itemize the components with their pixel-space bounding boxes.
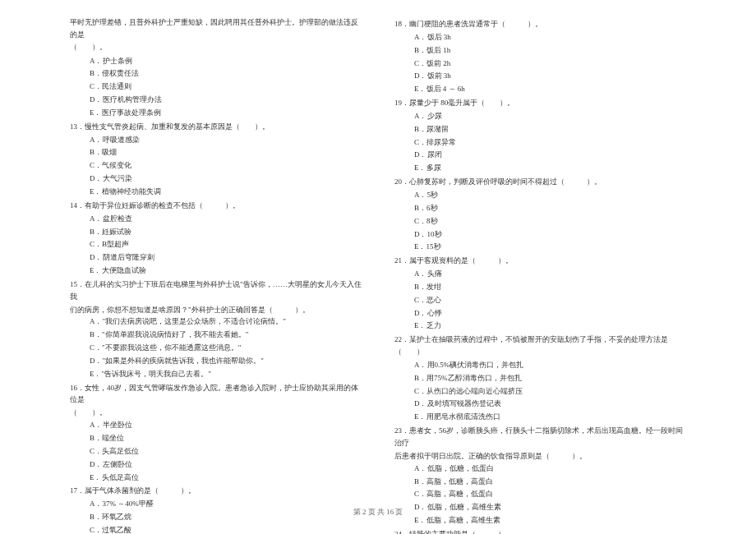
q16-option-b: B．端坐位	[70, 432, 362, 444]
q21-option-a: A．头痛	[394, 268, 686, 280]
option-text: "如果是外科的疾病就告诉我，我也许能帮助你。"	[103, 357, 264, 365]
option-text: 呼吸道感染	[103, 136, 140, 144]
option-text: 10秒	[427, 230, 442, 238]
q12-option-e: E．医疗事故处理条例	[70, 107, 362, 119]
q14-option-d: D．阴道后穹隆穿刺	[70, 251, 362, 264]
q18-option-a: A．饭后 3h	[394, 31, 686, 44]
q12-option-c: C．民法通则	[70, 81, 362, 93]
q20-option-a: A．5秒	[394, 189, 686, 201]
option-text: 用肥皂水彻底清洗伤口	[426, 412, 500, 421]
q16-option-c: C．头高足低位	[70, 445, 362, 458]
q12-option-b: B．侵权责任法	[70, 67, 362, 80]
option-text: 气候变化	[102, 161, 131, 169]
q12-text-line2: （ ）。	[70, 41, 362, 53]
q21-option-e: E．乏力	[394, 320, 686, 332]
q13-option-c: C．气候变化	[70, 159, 362, 172]
q13-option-d: D．大气污染	[70, 173, 362, 185]
option-text: 6秒	[426, 204, 438, 212]
option-text: 饭前 3h	[427, 71, 451, 80]
option-text: 15秒	[426, 242, 441, 251]
option-text: 尿潴留	[426, 125, 449, 133]
option-text: 头高足低位	[102, 447, 139, 455]
option-text: 少尿	[427, 112, 442, 120]
q18-option-c: C．饭前 2h	[394, 58, 686, 70]
q21-option-b: B．发绀	[394, 281, 686, 293]
q24-text: 24．结肠的主要功能是（ ）。	[394, 528, 686, 534]
option-text: 尿闭	[427, 150, 442, 159]
q12-continuation: 平时无护理差错，且普外科护士严重短缺，因此聘用其任普外科护士。护理部的做法违反的…	[70, 16, 362, 53]
q14-option-e: E．大便隐血试验	[70, 265, 362, 277]
exam-page: 平时无护理差错，且普外科护士严重短缺，因此聘用其任普外科护士。护理部的做法违反的…	[0, 0, 756, 534]
q16-text-line2: （ ）。	[70, 407, 362, 419]
option-text: 饭前 2h	[426, 59, 450, 67]
q15-option-d: D．"如果是外科的疾病就告诉我，我也许能帮助你。"	[70, 355, 362, 367]
option-text: 妊娠试验	[102, 228, 131, 236]
q16-option-a: A．半坐卧位	[70, 419, 362, 431]
option-text: 大便隐血试验	[102, 266, 146, 274]
q15-option-e: E．"告诉我床号，明天我自己去看。"	[70, 368, 362, 380]
option-text: 阴道后穹隆穿刺	[103, 253, 154, 261]
option-text: 饭后 1h	[426, 46, 450, 54]
q12-option-d: D．医疗机构管理办法	[70, 94, 362, 106]
option-text: 用75%乙醇消毒伤口，并包扎	[426, 374, 522, 382]
q15-option-a: A．"我们去病房说吧，这里是公众场所，不适合讨论病情。"	[70, 315, 362, 328]
q23-option-a: A．低脂，低糖，低蛋白	[394, 463, 686, 475]
q13-option-b: B．吸烟	[70, 146, 362, 159]
q19-option-d: D．尿闭	[394, 149, 686, 161]
option-text: 饭后 3h	[427, 33, 451, 41]
q20-text: 20．心肺复苏时，判断及评价呼吸的时间不得超过（ ）。	[394, 176, 686, 188]
q23-option-b: B．高脂，低糖，高蛋白	[394, 476, 686, 488]
page-footer: 第 2 页 共 16 页	[0, 507, 756, 518]
q23-text-line1: 23．患者女，56岁，诊断胰头癌，行胰头十二指肠切除术，术后出现高血糖。经一段时…	[394, 425, 686, 449]
q19-option-c: C．排尿异常	[394, 136, 686, 149]
q13-text: 13．慢性支气管炎起病、加重和复发的基本原因是（ ）。	[70, 121, 362, 133]
q20-option-e: E．15秒	[394, 241, 686, 253]
option-text: 左侧卧位	[103, 460, 132, 468]
option-text: 头低足高位	[102, 473, 139, 481]
q18-option-d: D．饭前 3h	[394, 70, 686, 82]
option-text: 大气污染	[103, 174, 132, 182]
q20-option-d: D．10秒	[394, 228, 686, 241]
q21-option-d: D．心悸	[394, 307, 686, 320]
option-text: 饭后 4 ～ 6h	[426, 85, 465, 93]
q16-option-e: E．头低足高位	[70, 472, 362, 484]
q13-option-e: E．植物神经功能失调	[70, 186, 362, 198]
q17-option-c: C．过氧乙酸	[70, 524, 362, 534]
q22-option-e: E．用肥皂水彻底清洗伤口	[394, 411, 686, 423]
option-text: 低脂，低糖，低蛋白	[427, 464, 494, 472]
q19-option-b: B．尿潴留	[394, 123, 686, 136]
q13-option-a: A．呼吸道感染	[70, 134, 362, 146]
q20-option-c: C．8秒	[394, 215, 686, 228]
q22-text: 22．某护士在抽吸药液的过程中，不慎被掰开的安瓿划伤了手指，不妥的处理方法是（ …	[394, 334, 686, 358]
q15-option-c: C．"不要跟我说这些，你不能透露这些消息。"	[70, 342, 362, 354]
option-text: 吸烟	[102, 148, 117, 156]
q18-text: 18．幽门梗阻的患者洗胃通常于（ ）。	[394, 18, 686, 30]
option-text: 多尿	[426, 163, 441, 172]
q14-option-b: B．妊娠试验	[70, 226, 362, 238]
option-text: 医疗事故处理条例	[102, 108, 161, 117]
q22-option-d: D．及时填写锐器伤登记表	[394, 398, 686, 410]
option-text: 5秒	[427, 191, 439, 199]
option-text: 过氧乙酸	[102, 526, 131, 534]
option-text: 侵权责任法	[102, 69, 139, 77]
q22-option-a: A．用0.5%碘伏消毒伤口，并包扎	[394, 359, 686, 371]
q15-text-line2: 们的病房，你想不想知道是啥原因？"外科护士的正确回答是（ ）。	[70, 304, 362, 316]
option-text: 用0.5%碘伏消毒伤口，并包扎	[427, 361, 524, 369]
option-text: "告诉我床号，明天我自己去看。"	[102, 370, 211, 378]
option-text: 发绀	[426, 283, 441, 291]
q17-text: 17．属于气体杀菌剂的是（ ）。	[70, 485, 362, 497]
q15-text-line1: 15．在儿科的实习护士下班后在电梯里与外科护士说"告诉你，……大明星的女儿今天入…	[70, 279, 362, 303]
q22-option-c: C．从伤口的远心端向近心端挤压	[394, 385, 686, 398]
q12-option-a: A．护士条例	[70, 55, 362, 67]
option-text: 从伤口的远心端向近心端挤压	[426, 387, 523, 395]
option-text: 心悸	[427, 309, 442, 317]
q21-text: 21．属于客观资料的是（ ）。	[394, 255, 686, 267]
option-text: 半坐卧位	[103, 421, 132, 429]
option-text: B型超声	[102, 240, 129, 248]
q14-option-a: A．盆腔检查	[70, 213, 362, 225]
q19-text: 19．尿量少于 80毫升属于（ ）。	[394, 97, 686, 109]
q23-text-line2: 后患者拟于明日出院。正确的饮食指导原则是（ ）。	[394, 450, 686, 463]
q19-option-a: A．少尿	[394, 110, 686, 122]
q14-option-c: C．B型超声	[70, 238, 362, 251]
q14-text: 14．有助于异位妊娠诊断的检查不包括（ ）。	[70, 200, 362, 212]
